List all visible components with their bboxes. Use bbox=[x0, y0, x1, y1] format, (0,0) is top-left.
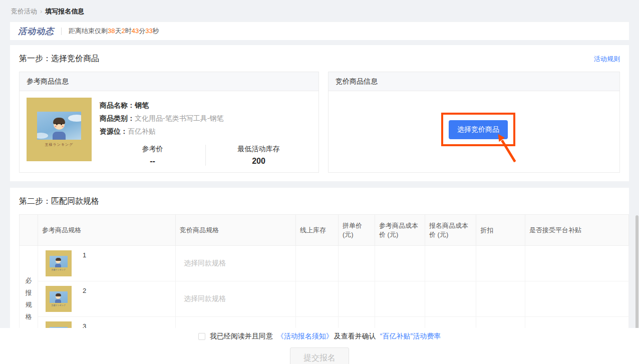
resource-slot-row: 资源位：百亿补贴 bbox=[100, 125, 311, 138]
banner-divider bbox=[61, 28, 62, 35]
col-signup-cost: 报名商品成本价 (元) bbox=[425, 215, 476, 246]
reference-product-panel: 参考商品信息 王様ランキング bbox=[19, 72, 319, 173]
bidding-product-panel: 竞价商品信息 选择竞价商品 bbox=[328, 72, 620, 173]
table-row: 必报规格 王様ランキング 1 选择同款规格 bbox=[20, 246, 629, 281]
reference-spec-cell: 王様ランキング 2 bbox=[38, 281, 176, 317]
select-bidding-product-button[interactable]: 选择竞价商品 bbox=[449, 120, 508, 139]
scrollbar-thumb[interactable] bbox=[635, 215, 638, 345]
min-stock-stat: 最低活动库存 200 bbox=[206, 145, 311, 166]
table-row: 王様ランキング 2 选择同款规格 bbox=[20, 281, 629, 317]
activity-banner: 活动动态 距离结束仅剩38天2时43分33秒 bbox=[10, 22, 629, 40]
spec-thumbnail: 王様ランキング bbox=[46, 250, 72, 276]
col-reference-cost: 参考商品成本价 (元) bbox=[375, 215, 425, 246]
submit-footer: 我已经阅读并且同意 《活动报名须知》 及查看并确认 “百亿补贴”活动费率 提交报… bbox=[0, 328, 639, 364]
product-category-row: 商品类别：文化用品-笔类书写工具-钢笔 bbox=[100, 112, 311, 125]
breadcrumb-separator: › bbox=[40, 8, 42, 15]
agreement-prefix: 我已经阅读并且同意 bbox=[210, 332, 273, 341]
product-image-caption: 王様ランキング bbox=[45, 142, 74, 147]
breadcrumb: 竞价活动›填写报名信息 bbox=[0, 0, 639, 16]
cartoon-boy-illustration bbox=[51, 118, 68, 140]
spec-number: 1 bbox=[83, 251, 86, 259]
submit-signup-button[interactable]: 提交报名 bbox=[290, 347, 349, 364]
countdown-text: 距离结束仅剩38天2时43分33秒 bbox=[69, 27, 159, 36]
subsidy-rate-link[interactable]: “百亿补贴”活动费率 bbox=[380, 332, 441, 341]
scrollbar-track bbox=[635, 0, 639, 364]
step1-card: 第一步：选择竞价商品 活动规则 参考商品信息 王様ラン bbox=[10, 45, 629, 181]
reference-price-stat: 参考价 -- bbox=[100, 145, 205, 166]
select-same-spec-cell[interactable]: 选择同款规格 bbox=[176, 281, 296, 317]
product-name-row: 商品名称：钢笔 bbox=[100, 99, 311, 112]
select-same-spec-cell[interactable]: 选择同款规格 bbox=[176, 246, 296, 281]
reference-spec-cell: 王様ランキング 1 bbox=[38, 246, 176, 281]
product-image: 王様ランキング bbox=[27, 98, 92, 161]
col-reference-spec: 参考商品规格 bbox=[38, 215, 176, 246]
table-header-row: 参考商品规格 竞价商品规格 线上库存 拼单价 (元) 参考商品成本价 (元) 报… bbox=[20, 215, 629, 246]
col-group-price: 拼单价 (元) bbox=[339, 215, 375, 246]
bidding-panel-header: 竞价商品信息 bbox=[329, 72, 619, 91]
activity-rules-link[interactable]: 活动规则 bbox=[594, 55, 620, 64]
tutorial-highlight-box: 选择竞价商品 bbox=[441, 113, 515, 146]
col-discount: 折扣 bbox=[476, 215, 525, 246]
col-online-stock: 线上库存 bbox=[296, 215, 339, 246]
col-accept-subsidy: 是否接受平台补贴 bbox=[525, 215, 629, 246]
activity-logo: 活动动态 bbox=[18, 26, 54, 37]
spec-thumbnail: 王様ランキング bbox=[46, 286, 72, 312]
col-bidding-spec: 竞价商品规格 bbox=[176, 215, 296, 246]
breadcrumb-current: 填写报名信息 bbox=[45, 8, 84, 15]
agreement-middle: 及查看并确认 bbox=[334, 332, 376, 341]
agreement-checkbox[interactable] bbox=[198, 333, 205, 340]
breadcrumb-parent[interactable]: 竞价活动 bbox=[11, 8, 37, 15]
spec-number: 2 bbox=[83, 287, 86, 294]
step1-title: 第一步：选择竞价商品 bbox=[19, 54, 99, 64]
signup-notice-link[interactable]: 《活动报名须知》 bbox=[277, 332, 333, 341]
step2-title: 第二步：匹配同款规格 bbox=[19, 196, 620, 207]
reference-panel-header: 参考商品信息 bbox=[20, 72, 318, 91]
